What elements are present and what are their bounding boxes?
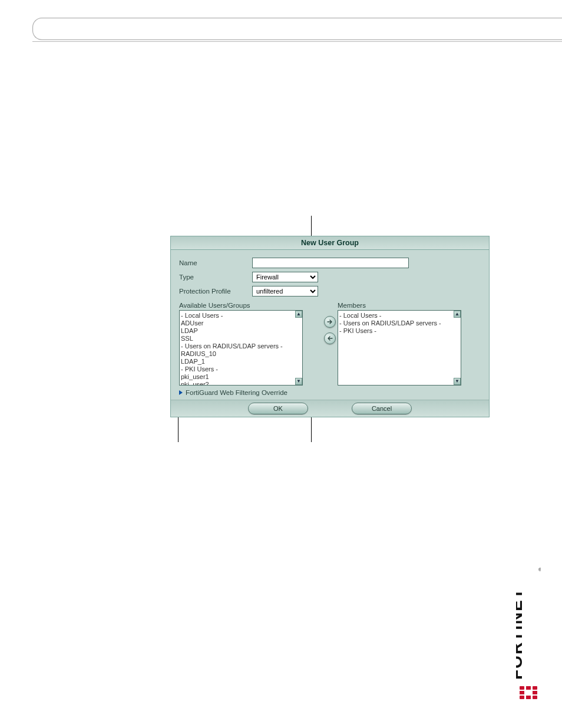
scroll-down-icon[interactable]: ▼ [295,378,302,385]
override-label: FortiGuard Web Filtering Override [186,389,287,396]
list-item[interactable]: LDAP [181,327,301,335]
svg-rect-0 [520,686,524,690]
list-item[interactable]: ADUser [181,319,301,327]
scroll-up-icon[interactable]: ▲ [295,311,302,318]
svg-rect-1 [526,686,531,690]
expand-right-icon [179,390,183,395]
profile-label: Protection Profile [179,288,252,295]
svg-rect-7 [533,696,537,699]
list-item[interactable]: pki_user1 [181,373,301,381]
svg-text:FORTINET: FORTINET [516,588,525,680]
list-item[interactable]: pki_user2 [181,381,301,386]
type-select[interactable]: Firewall [252,272,318,282]
list-item[interactable]: - PKI Users - [181,365,301,373]
name-label: Name [179,259,252,266]
svg-text:®: ® [538,568,541,572]
members-listbox[interactable]: - Local Users - - Users on RADIUS/LDAP s… [338,310,461,386]
svg-rect-3 [520,691,524,694]
list-item[interactable]: - Local Users - [339,312,459,319]
svg-rect-4 [533,691,537,694]
members-label: Members [338,302,481,309]
remove-member-button[interactable] [324,332,336,344]
svg-rect-2 [533,686,537,690]
dialog-button-bar: OK Cancel [171,400,489,417]
dialog-title: New User Group [171,236,489,250]
arrow-left-icon [327,335,333,341]
available-label: Available Users/Groups [179,302,322,309]
scroll-down-icon[interactable]: ▼ [454,378,461,385]
list-item[interactable]: SSL [181,335,301,342]
type-label: Type [179,274,252,281]
profile-select[interactable]: unfiltered [252,286,318,297]
svg-rect-6 [526,696,531,699]
header-band [32,18,562,40]
cancel-button[interactable]: Cancel [352,403,412,414]
scroll-up-icon[interactable]: ▲ [454,311,461,318]
cancel-button-label: Cancel [372,405,392,412]
list-item[interactable]: - PKI Users - [339,327,459,335]
ok-button[interactable]: OK [248,403,308,414]
fortiguard-override-toggle[interactable]: FortiGuard Web Filtering Override [179,389,481,396]
new-user-group-dialog: New User Group Name Type Firewall Protec… [170,236,490,417]
list-item[interactable]: RADIUS_10 [181,350,301,358]
svg-rect-5 [520,696,524,699]
arrow-right-icon [327,319,333,325]
list-item[interactable]: LDAP_1 [181,358,301,365]
dialog-body: Name Type Firewall Protection Profile un… [171,250,489,400]
add-member-button[interactable] [324,316,336,328]
list-item[interactable]: - Local Users - [181,312,301,319]
list-item[interactable]: - Users on RADIUS/LDAP servers - [181,342,301,350]
ok-button-label: OK [273,405,283,412]
fortinet-logo: FORTINET ® [516,565,541,701]
name-field[interactable] [252,258,409,268]
list-item[interactable]: - Users on RADIUS/LDAP servers - [339,319,459,327]
header-rule [32,41,562,42]
available-listbox[interactable]: - Local Users - ADUser LDAP SSL - Users … [179,310,303,386]
